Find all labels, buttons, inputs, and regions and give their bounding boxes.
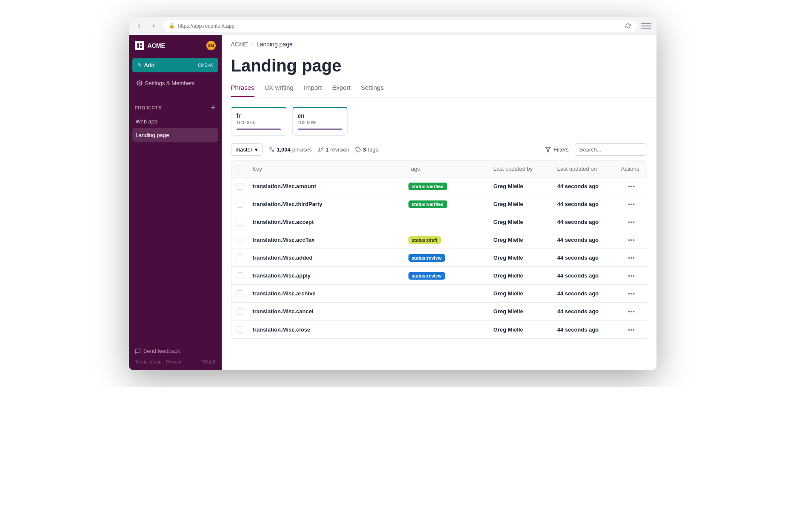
tab-phrases[interactable]: Phrases — [231, 84, 254, 97]
status-tag: status:review — [408, 254, 445, 262]
browser-menu-button[interactable] — [641, 21, 651, 31]
svg-rect-1 — [140, 43, 142, 45]
select-all-checkbox[interactable] — [237, 166, 243, 172]
lock-icon: 🔒 — [169, 23, 175, 29]
chevron-down-icon: ▾ — [255, 146, 258, 153]
main-content: ACME / Landing page Landing page Phrases… — [222, 35, 657, 370]
table-row[interactable]: translation.Misc.added status:review Gre… — [231, 249, 647, 267]
updated-by: Greg Mielle — [489, 183, 553, 189]
sidebar-project-item[interactable]: Landing page — [132, 128, 218, 142]
breadcrumb-root[interactable]: ACME — [231, 41, 248, 48]
updated-by: Greg Mielle — [489, 272, 553, 279]
row-actions-button[interactable]: ••• — [617, 237, 647, 243]
phrase-key: translation.Misc.cancel — [248, 308, 404, 315]
row-actions-button[interactable]: ••• — [617, 183, 647, 189]
pencil-icon: ✎ — [137, 62, 142, 68]
add-button[interactable]: ✎ Add CMD+K — [132, 58, 218, 72]
svg-rect-0 — [137, 43, 139, 48]
tab-settings[interactable]: Settings — [361, 84, 384, 97]
row-checkbox[interactable] — [237, 219, 243, 226]
table-header: Key Tags Last updated by Last updated on… — [231, 160, 647, 177]
url-bar[interactable]: 🔒 https://app.recontent.app — [163, 20, 637, 32]
row-checkbox[interactable] — [237, 326, 243, 333]
row-checkbox[interactable] — [237, 308, 243, 315]
workspace-header[interactable]: ACME GM — [129, 41, 222, 58]
row-actions-button[interactable]: ••• — [617, 308, 647, 315]
filters-button[interactable]: Filters — [545, 146, 568, 153]
col-updated-on[interactable]: Last updated on — [553, 166, 617, 172]
language-card-fr[interactable]: fr 100.00% — [231, 107, 286, 136]
tab-export[interactable]: Export — [332, 84, 350, 97]
terms-link[interactable]: Terms of use — [135, 359, 162, 364]
svg-rect-2 — [140, 46, 142, 48]
row-checkbox[interactable] — [237, 290, 243, 297]
updated-by: Greg Mielle — [489, 219, 553, 225]
row-actions-button[interactable]: ••• — [617, 219, 647, 225]
branch-select[interactable]: master ▾ — [231, 143, 263, 156]
updated-on: 44 seconds ago — [553, 255, 617, 261]
add-project-button[interactable]: + — [211, 103, 215, 112]
updated-on: 44 seconds ago — [553, 183, 617, 189]
tab-ux-writing[interactable]: UX writing — [265, 84, 294, 97]
settings-label: Settings & Members — [145, 80, 195, 86]
phrase-key: translation.Misc.apply — [248, 272, 404, 279]
privacy-link[interactable]: Privacy — [166, 359, 181, 364]
col-key[interactable]: Key — [248, 166, 404, 172]
forward-button[interactable] — [148, 21, 159, 31]
col-tags[interactable]: Tags — [404, 166, 489, 172]
updated-by: Greg Mielle — [489, 290, 553, 297]
projects-header: PROJECTS + — [129, 103, 222, 112]
language-progress — [237, 129, 281, 130]
tab-import[interactable]: Import — [304, 84, 322, 97]
table-row[interactable]: translation.Misc.close Greg Mielle 44 se… — [231, 320, 647, 338]
table-row[interactable]: translation.Misc.accTax status:draft Gre… — [231, 231, 647, 249]
row-actions-button[interactable]: ••• — [617, 272, 647, 279]
language-progress — [298, 129, 342, 130]
row-checkbox[interactable] — [237, 201, 243, 208]
sidebar-project-item[interactable]: Web app — [132, 114, 218, 128]
search-input[interactable] — [575, 143, 647, 156]
table-row[interactable]: translation.Misc.archive Greg Mielle 44 … — [231, 285, 647, 303]
tag-icon — [355, 147, 361, 153]
breadcrumb: ACME / Landing page — [222, 35, 657, 48]
svg-marker-8 — [545, 147, 551, 152]
phrases-table: Key Tags Last updated by Last updated on… — [231, 160, 647, 339]
table-row[interactable]: translation.Misc.cancel Greg Mielle 44 s… — [231, 303, 647, 320]
updated-on: 44 seconds ago — [553, 290, 617, 297]
table-row[interactable]: translation.Misc.apply status:review Gre… — [231, 267, 647, 285]
row-actions-button[interactable]: ••• — [617, 290, 647, 297]
refresh-button[interactable] — [625, 23, 631, 29]
language-code: fr — [237, 112, 281, 119]
row-checkbox[interactable] — [237, 237, 243, 243]
updated-by: Greg Mielle — [489, 308, 553, 315]
table-row[interactable]: translation.Misc.amount status:verified … — [231, 177, 647, 195]
status-tag: status:draft — [408, 236, 441, 244]
workspace-icon — [135, 41, 144, 50]
gear-icon — [137, 80, 143, 86]
row-checkbox[interactable] — [237, 183, 243, 190]
row-actions-button[interactable]: ••• — [617, 326, 647, 333]
avatar[interactable]: GM — [206, 41, 216, 50]
add-shortcut: CMD+K — [198, 63, 213, 68]
table-row[interactable]: translation.Misc.thirdParty status:verif… — [231, 195, 647, 213]
language-percent: 100.00% — [237, 120, 281, 125]
phrase-key: translation.Misc.close — [248, 326, 404, 333]
row-actions-button[interactable]: ••• — [617, 201, 647, 207]
breadcrumb-current: Landing page — [257, 41, 293, 48]
updated-by: Greg Mielle — [489, 201, 553, 207]
page-title: Landing page — [222, 48, 657, 78]
tags-cell: status:verified — [404, 200, 489, 208]
row-actions-button[interactable]: ••• — [617, 255, 647, 261]
phrases-stat: 1,004 phrases — [268, 146, 312, 153]
updated-by: Greg Mielle — [489, 255, 553, 261]
sidebar-item-settings[interactable]: Settings & Members — [132, 76, 218, 90]
updated-on: 44 seconds ago — [553, 308, 617, 315]
send-feedback-link[interactable]: Send feedback — [135, 348, 216, 354]
table-row[interactable]: translation.Misc.accept Greg Mielle 44 s… — [231, 213, 647, 231]
row-checkbox[interactable] — [237, 272, 243, 279]
feedback-icon — [135, 348, 141, 354]
col-updated-by[interactable]: Last updated by — [489, 166, 553, 172]
language-card-en[interactable]: en 100.00% — [292, 107, 348, 136]
row-checkbox[interactable] — [237, 255, 243, 261]
back-button[interactable] — [134, 21, 144, 31]
